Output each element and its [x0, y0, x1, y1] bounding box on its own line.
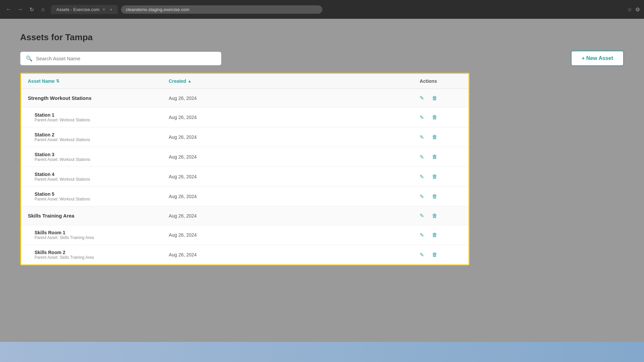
asset-parent-label: Parent Asset: Workout Stations [28, 177, 169, 182]
date-cell: Aug 26, 2024 [169, 154, 395, 160]
asset-parent-label: Parent Asset: Skills Training Area [28, 235, 169, 240]
actions-cell: ✎🗑 [395, 133, 462, 142]
date-cell: Aug 26, 2024 [169, 213, 395, 219]
col-header-actions: Actions [395, 78, 462, 84]
delete-button[interactable]: 🗑 [431, 94, 439, 103]
edit-button[interactable]: ✎ [418, 133, 425, 142]
asset-parent-label: Parent Asset: Workout Stations [28, 157, 169, 162]
edit-button[interactable]: ✎ [418, 113, 425, 122]
table-row: Station 5Parent Asset: Workout StationsA… [21, 187, 469, 206]
asset-name-child: Station 3 [28, 152, 169, 157]
date-cell: Aug 26, 2024 [169, 252, 395, 257]
asset-name-cell: Skills Training Area [28, 213, 169, 219]
date-cell: Aug 26, 2024 [169, 232, 395, 238]
actions-cell: ✎🗑 [395, 113, 462, 122]
forward-button[interactable]: → [15, 5, 25, 14]
asset-name-cell: Station 1Parent Asset: Workout Stations [28, 112, 169, 122]
edit-button[interactable]: ✎ [418, 231, 425, 240]
delete-button[interactable]: 🗑 [431, 192, 439, 201]
col-created-label: Created [169, 78, 186, 84]
delete-button[interactable]: 🗑 [431, 153, 439, 162]
delete-button[interactable]: 🗑 [431, 133, 439, 142]
date-cell: Aug 26, 2024 [169, 96, 395, 101]
asset-name-cell: Station 3Parent Asset: Workout Stations [28, 152, 169, 162]
actions-cell: ✎🗑 [395, 211, 462, 220]
nav-buttons: ← → ↻ ⌂ [4, 5, 48, 14]
table-row: Station 3Parent Asset: Workout StationsA… [21, 147, 469, 167]
edit-button[interactable]: ✎ [418, 172, 425, 181]
edit-button[interactable]: ✎ [418, 153, 425, 162]
edit-button[interactable]: ✎ [418, 250, 425, 259]
actions-cell: ✎🗑 [395, 153, 462, 162]
delete-button[interactable]: 🗑 [431, 211, 439, 220]
asset-parent-label: Parent Asset: Workout Stations [28, 137, 169, 142]
date-cell: Aug 26, 2024 [169, 174, 395, 179]
table-header: Asset Name ⇅ Created ▲ Actions [21, 74, 469, 89]
date-cell: Aug 26, 2024 [169, 194, 395, 199]
table-row: Station 4Parent Asset: Workout StationsA… [21, 167, 469, 187]
new-asset-button[interactable]: + New Asset [571, 51, 624, 66]
browser-chrome: ← → ↻ ⌂ Assets - Exercise.com ✕ + cleand… [0, 0, 644, 19]
sort-arrow-name: ⇅ [56, 79, 59, 83]
asset-name-child: Station 1 [28, 112, 169, 118]
asset-parent-label: Parent Asset: Workout Stations [28, 197, 169, 201]
delete-button[interactable]: 🗑 [431, 113, 439, 122]
table-row: Skills Room 1Parent Asset: Skills Traini… [21, 225, 469, 245]
extensions-icon[interactable]: ⚙ [635, 6, 640, 13]
sort-arrow-created: ▲ [187, 79, 192, 83]
address-bar[interactable]: cleandemo.staging.exercise.com [121, 5, 322, 14]
page-title: Assets for Tampa [20, 32, 624, 43]
date-cell: Aug 26, 2024 [169, 115, 395, 120]
new-tab-button[interactable]: + [110, 7, 113, 12]
asset-name-child: Skills Room 2 [28, 250, 169, 255]
asset-name-child: Skills Room 1 [28, 230, 169, 235]
browser-icons: ☆ ⚙ [627, 6, 640, 13]
col-actions-label: Actions [420, 78, 437, 84]
asset-parent-label: Parent Asset: Skills Training Area [28, 255, 169, 260]
search-input[interactable] [36, 56, 216, 61]
actions-cell: ✎🗑 [395, 250, 462, 259]
table-row: Skills Training AreaAug 26, 2024✎🗑 [21, 206, 469, 225]
actions-cell: ✎🗑 [395, 231, 462, 240]
asset-parent-label: Parent Asset: Workout Stations [28, 118, 169, 122]
asset-name-cell: Skills Room 1Parent Asset: Skills Traini… [28, 230, 169, 240]
delete-button[interactable]: 🗑 [431, 250, 439, 259]
date-cell: Aug 26, 2024 [169, 134, 395, 140]
asset-name-child: Station 2 [28, 132, 169, 137]
browser-tab[interactable]: Assets - Exercise.com ✕ + [51, 5, 118, 14]
star-icon[interactable]: ☆ [627, 6, 632, 13]
asset-name-parent: Skills Training Area [28, 213, 169, 219]
actions-cell: ✎🗑 [395, 172, 462, 181]
delete-button[interactable]: 🗑 [431, 231, 439, 240]
col-header-asset-name[interactable]: Asset Name ⇅ [28, 78, 169, 84]
home-button[interactable]: ⌂ [38, 5, 48, 14]
table-body: Strength Workout StationsAug 26, 2024✎🗑S… [21, 89, 469, 264]
asset-name-parent: Strength Workout Stations [28, 95, 169, 101]
asset-name-child: Station 5 [28, 191, 169, 197]
actions-cell: ✎🗑 [395, 192, 462, 201]
new-asset-label: + New Asset [582, 55, 613, 61]
tab-close-button[interactable]: ✕ [102, 7, 105, 12]
url-text: cleandemo.staging.exercise.com [126, 7, 189, 12]
actions-cell: ✎🗑 [395, 94, 462, 103]
table-row: Station 2Parent Asset: Workout StationsA… [21, 127, 469, 147]
asset-name-cell: Station 4Parent Asset: Workout Stations [28, 172, 169, 182]
edit-button[interactable]: ✎ [418, 192, 425, 201]
col-header-created[interactable]: Created ▲ [169, 78, 395, 84]
page-content: Assets for Tampa 🔍 + New Asset Asset Nam… [0, 19, 644, 362]
back-button[interactable]: ← [4, 5, 13, 14]
asset-name-cell: Strength Workout Stations [28, 95, 169, 101]
delete-button[interactable]: 🗑 [431, 172, 439, 181]
edit-button[interactable]: ✎ [418, 94, 425, 103]
asset-name-cell: Station 2Parent Asset: Workout Stations [28, 132, 169, 142]
table-row: Strength Workout StationsAug 26, 2024✎🗑 [21, 89, 469, 108]
search-icon: 🔍 [26, 55, 33, 62]
search-box: 🔍 [20, 52, 221, 65]
edit-button[interactable]: ✎ [418, 211, 425, 220]
table-row: Station 1Parent Asset: Workout StationsA… [21, 108, 469, 127]
col-asset-name-label: Asset Name [28, 78, 55, 84]
top-bar: 🔍 + New Asset [20, 51, 624, 66]
asset-name-cell: Skills Room 2Parent Asset: Skills Traini… [28, 250, 169, 260]
table-row: Skills Room 2Parent Asset: Skills Traini… [21, 245, 469, 264]
reload-button[interactable]: ↻ [27, 5, 36, 14]
